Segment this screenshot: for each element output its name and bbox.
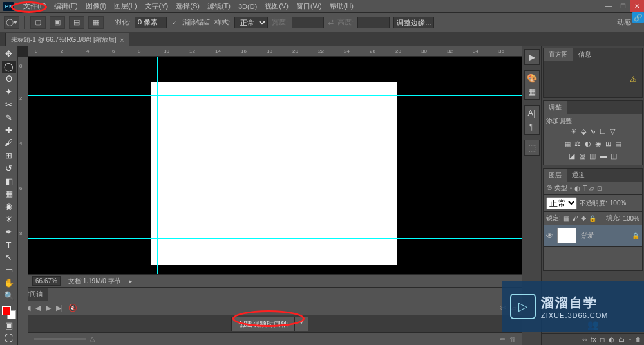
filter-pixel-icon[interactable]: ▫ <box>570 185 573 192</box>
antialias-checkbox[interactable]: ✓ <box>171 19 178 26</box>
path-tool[interactable]: ↖ <box>2 252 16 264</box>
filter-adjust-icon[interactable]: ◐ <box>574 185 580 192</box>
levels-icon[interactable]: ⬙ <box>581 127 586 136</box>
color-icon[interactable]: 🎨 <box>527 73 537 83</box>
group-icon[interactable]: 🗀 <box>618 336 625 343</box>
blend-mode-select[interactable]: 正常 <box>546 197 577 209</box>
history-brush-tool[interactable]: ↺ <box>2 162 16 174</box>
brush-tool[interactable]: 🖌 <box>2 136 16 149</box>
histogram-tab[interactable]: 直方图 <box>544 48 573 61</box>
maximize-button[interactable]: ☐ <box>616 0 630 12</box>
curves-icon[interactable]: ∿ <box>590 127 596 136</box>
menu-edit[interactable]: 编辑(E) <box>50 0 82 12</box>
create-timeline-dropdown[interactable]: ▼ <box>295 317 309 331</box>
trash-icon[interactable]: 🗑 <box>509 335 516 343</box>
pen-tool[interactable]: ✒ <box>2 226 16 238</box>
menu-file[interactable]: 文件(F) <box>19 0 50 12</box>
swatches-icon[interactable]: ▦ <box>528 87 536 97</box>
menu-type[interactable]: 文字(Y) <box>141 0 173 12</box>
audio-icon[interactable]: 🔇 <box>68 304 77 312</box>
marquee-sub-icon[interactable]: ▤ <box>69 16 84 29</box>
document-tab[interactable]: 未标题-1 @ 66.7%(RGB/8#) [缩放后] × <box>5 33 129 46</box>
filter-shape-icon[interactable]: ▱ <box>589 185 594 192</box>
threshold-icon[interactable]: ▥ <box>589 152 596 160</box>
zoom-level[interactable]: 66.67% <box>32 276 61 286</box>
layers-tab[interactable]: 图层 <box>544 169 567 182</box>
menu-filter[interactable]: 滤镜(T) <box>204 0 234 12</box>
wand-tool[interactable]: ✦ <box>2 86 16 98</box>
menu-help[interactable]: 帮助(H) <box>326 0 357 12</box>
delete-layer-icon[interactable]: 🗑 <box>635 336 641 343</box>
menu-3d[interactable]: 3D(D) <box>234 1 261 12</box>
filter-type-icon[interactable]: T <box>583 185 587 192</box>
channels-tab[interactable]: 通道 <box>567 169 590 182</box>
lock-paint-icon[interactable]: 🖌 <box>572 215 578 222</box>
lock-all-icon[interactable]: 🔒 <box>589 215 596 222</box>
mask-icon[interactable]: ◻ <box>600 336 605 343</box>
fill-layer-icon[interactable]: ◐ <box>609 336 614 343</box>
stamp-tool[interactable]: ⊞ <box>2 149 16 162</box>
share-icon[interactable]: 🔗 <box>632 12 644 23</box>
photo-filter-icon[interactable]: ◉ <box>595 140 601 148</box>
tab-close-icon[interactable]: × <box>120 37 124 44</box>
menu-window[interactable]: 窗口(W) <box>292 0 326 12</box>
mixer-icon[interactable]: ⊞ <box>605 140 611 148</box>
render-icon[interactable]: ➦ <box>500 335 506 343</box>
dodge-tool[interactable]: ☀ <box>2 213 16 225</box>
selective-color-icon[interactable]: ◫ <box>611 152 617 160</box>
paragraph-icon[interactable]: ¶ <box>529 122 534 131</box>
menu-image[interactable]: 图像(I) <box>82 0 110 12</box>
create-timeline-button[interactable]: 创建视频时间轴 <box>231 317 295 331</box>
menu-view[interactable]: 视图(V) <box>261 0 292 12</box>
lock-pos-icon[interactable]: ✥ <box>581 215 586 222</box>
layer-name[interactable]: 背景 <box>580 231 628 240</box>
warning-icon[interactable]: ⚠ <box>630 75 637 84</box>
close-button[interactable]: ✕ <box>630 0 644 12</box>
adjustments-tab[interactable]: 调整 <box>544 101 567 114</box>
zoom-in-icon[interactable]: △ <box>90 335 95 343</box>
gradient-tool[interactable]: ▦ <box>2 188 16 200</box>
quickmask-tool[interactable]: ▣ <box>2 319 16 331</box>
refine-edge-button[interactable]: 调整边缘... <box>393 17 434 28</box>
marquee-tool[interactable]: ◯ <box>2 61 16 73</box>
bw-icon[interactable]: ◐ <box>585 140 591 148</box>
marquee-intersect-icon[interactable]: ▦ <box>88 16 104 29</box>
crop-tool[interactable]: ✂ <box>2 98 16 111</box>
fx-icon[interactable]: fx <box>591 336 596 343</box>
play-icon[interactable]: ▶ <box>46 304 51 312</box>
canvas-document[interactable] <box>151 82 397 265</box>
brightness-icon[interactable]: ☀ <box>571 127 577 136</box>
new-layer-icon[interactable]: ▫ <box>629 336 631 343</box>
eraser-tool[interactable]: ◧ <box>2 175 16 187</box>
prev-frame-icon[interactable]: ◀ <box>35 304 41 312</box>
info-tab[interactable]: 信息 <box>573 48 596 61</box>
ruler-horizontal[interactable]: 024681012141618202224262830323436 <box>28 46 522 57</box>
balance-icon[interactable]: ⚖ <box>574 140 581 148</box>
opacity-value[interactable]: 100% <box>610 200 627 207</box>
vibrance-icon[interactable]: ▽ <box>610 127 615 136</box>
style-select[interactable]: 正常 <box>234 17 268 28</box>
menu-select[interactable]: 选择(S) <box>172 0 204 12</box>
type-tool[interactable]: T <box>2 239 16 251</box>
3d-icon[interactable]: ⬚ <box>528 143 536 153</box>
marquee-new-icon[interactable]: ▢ <box>30 16 46 29</box>
status-menu-icon[interactable]: ▸ <box>129 277 132 284</box>
zoom-tool[interactable]: 🔍 <box>2 290 16 302</box>
zoom-slider[interactable] <box>34 338 86 340</box>
layer-row[interactable]: 👁 背景 🔒 <box>544 225 642 247</box>
blur-tool[interactable]: ◉ <box>2 200 16 212</box>
shape-tool[interactable]: ▭ <box>2 264 16 276</box>
gradient-map-icon[interactable]: ▬ <box>600 152 607 160</box>
visibility-icon[interactable]: 👁 <box>546 232 553 239</box>
tool-preset-icon[interactable]: ◯▾ <box>4 16 19 29</box>
posterize-icon[interactable]: ▨ <box>579 152 585 160</box>
layer-thumbnail[interactable] <box>557 228 576 243</box>
ruler-vertical[interactable]: 02468 <box>18 57 28 345</box>
screen-mode-tool[interactable]: ⛶ <box>2 332 16 344</box>
foreground-color[interactable] <box>2 306 11 315</box>
character-icon[interactable]: A| <box>527 108 535 118</box>
color-swatches[interactable] <box>2 306 16 320</box>
canvas-viewport[interactable] <box>28 57 522 274</box>
hue-icon[interactable]: ▦ <box>564 140 571 148</box>
hand-tool[interactable]: ✋ <box>2 277 16 289</box>
